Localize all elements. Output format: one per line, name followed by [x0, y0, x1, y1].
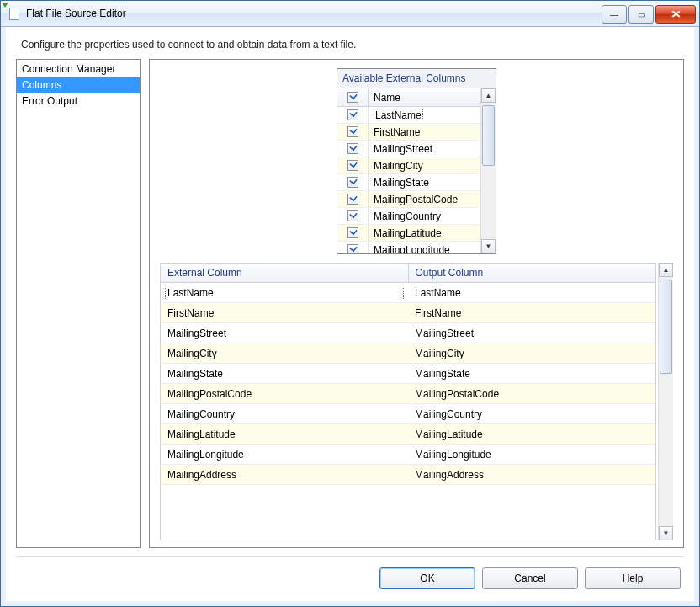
grid-row[interactable]: MailingPostalCodeMailingPostalCode — [161, 384, 655, 404]
grid-row[interactable]: MailingStateMailingState — [161, 364, 655, 384]
help-button[interactable]: Help — [585, 567, 681, 589]
scroll-up-icon[interactable]: ▲ — [481, 88, 496, 103]
scroll-thumb[interactable] — [660, 280, 672, 374]
available-column-label: MailingCountry — [369, 210, 480, 222]
external-column-cell[interactable]: LastName — [161, 287, 408, 299]
available-columns-title: Available External Columns — [337, 69, 496, 88]
grid-row[interactable]: MailingLongitudeMailingLongitude — [161, 445, 655, 465]
sidebar-item-columns[interactable]: Columns — [17, 77, 140, 93]
mapping-grid[interactable]: External Column Output Column LastNameLa… — [160, 263, 656, 540]
available-column-label: MailingLatitude — [369, 227, 480, 239]
external-column-cell[interactable]: MailingState — [161, 368, 408, 380]
cancel-button[interactable]: Cancel — [482, 567, 578, 589]
mapping-grid-wrap: External Column Output Column LastNameLa… — [160, 263, 673, 540]
external-column-cell[interactable]: MailingLatitude — [161, 429, 408, 440]
main-area: Connection Manager Columns Error Output … — [6, 59, 694, 548]
grid-scrollbar[interactable]: ▲ ▼ — [658, 263, 673, 540]
external-column-cell[interactable]: MailingAddress — [161, 469, 408, 481]
scroll-thumb[interactable] — [482, 105, 495, 166]
button-row: OK Cancel Help — [6, 557, 694, 601]
output-column-cell[interactable]: MailingState — [408, 368, 655, 380]
ok-button[interactable]: OK — [379, 567, 475, 589]
external-column-cell[interactable]: MailingPostalCode — [161, 388, 408, 400]
output-column-cell[interactable]: MailingLatitude — [408, 429, 655, 440]
help-mnemonic: H — [623, 572, 630, 584]
grid-header-external[interactable]: External Column — [161, 264, 409, 282]
column-checkbox[interactable] — [347, 227, 358, 238]
window-buttons: — ▭ ✕ — [602, 5, 696, 22]
available-row[interactable]: MailingLongitude — [337, 242, 480, 253]
available-row[interactable]: LastName — [337, 107, 480, 124]
grid-header: External Column Output Column — [161, 264, 655, 283]
available-scrollbar[interactable]: ▲ ▼ — [480, 88, 496, 253]
content-panel: Available External Columns Name LastName… — [149, 59, 684, 548]
output-column-cell[interactable]: MailingCity — [408, 348, 655, 359]
scroll-down-icon[interactable]: ▼ — [481, 239, 496, 253]
available-row[interactable]: MailingCity — [337, 157, 480, 174]
available-row[interactable]: MailingCountry — [337, 208, 480, 225]
available-column-label: MailingCity — [369, 160, 480, 172]
available-column-label: LastName — [369, 109, 480, 121]
app-icon — [8, 7, 21, 20]
available-columns-header[interactable]: Name — [337, 88, 480, 107]
column-checkbox[interactable] — [347, 194, 358, 205]
column-checkbox[interactable] — [347, 143, 358, 154]
instruction-text: Configure the properties used to connect… — [6, 27, 694, 59]
scroll-down-icon[interactable]: ▼ — [659, 526, 673, 540]
close-button[interactable]: ✕ — [655, 5, 696, 24]
grid-row[interactable]: MailingCountryMailingCountry — [161, 404, 655, 424]
grid-header-output[interactable]: Output Column — [409, 264, 656, 282]
grid-row[interactable]: MailingAddressMailingAddress — [161, 465, 655, 485]
column-checkbox[interactable] — [347, 244, 358, 253]
output-column-cell[interactable]: MailingPostalCode — [408, 388, 655, 400]
grid-row[interactable]: MailingStreetMailingStreet — [161, 323, 655, 343]
output-column-cell[interactable]: MailingAddress — [408, 469, 655, 481]
available-row[interactable]: MailingLatitude — [337, 225, 480, 242]
window-title: Flat File Source Editor — [26, 8, 602, 19]
grid-row[interactable]: FirstNameFirstName — [161, 303, 655, 323]
available-row[interactable]: MailingStreet — [337, 141, 480, 157]
available-header-label: Name — [369, 92, 480, 104]
output-column-cell[interactable]: MailingCountry — [408, 408, 655, 420]
grid-row[interactable]: MailingLatitudeMailingLatitude — [161, 424, 655, 445]
external-column-cell[interactable]: MailingLongitude — [161, 449, 408, 461]
sidebar-item-error-output[interactable]: Error Output — [17, 93, 140, 109]
column-checkbox[interactable] — [347, 126, 358, 137]
grid-row[interactable]: LastNameLastName — [161, 283, 655, 303]
available-column-label: MailingStreet — [369, 143, 480, 155]
available-column-label: MailingLongitude — [369, 244, 480, 254]
available-columns-list[interactable]: Name LastNameFirstNameMailingStreetMaili… — [337, 88, 480, 253]
window: Flat File Source Editor — ▭ ✕ Configure … — [0, 0, 700, 607]
available-row[interactable]: FirstName — [337, 124, 480, 141]
maximize-button[interactable]: ▭ — [628, 5, 654, 24]
external-column-cell[interactable]: MailingStreet — [161, 327, 408, 339]
external-column-cell[interactable]: FirstName — [161, 307, 408, 319]
external-column-cell[interactable]: MailingCountry — [161, 408, 408, 420]
output-column-cell[interactable]: MailingStreet — [408, 327, 655, 339]
column-checkbox[interactable] — [347, 177, 358, 188]
output-column-cell[interactable]: MailingLongitude — [408, 449, 655, 461]
external-column-cell[interactable]: MailingCity — [161, 348, 408, 359]
titlebar[interactable]: Flat File Source Editor — ▭ ✕ — [1, 1, 699, 27]
window-body: Configure the properties used to connect… — [1, 27, 699, 606]
output-column-cell[interactable]: LastName — [408, 287, 655, 299]
column-checkbox[interactable] — [347, 160, 358, 171]
available-column-label: MailingPostalCode — [369, 194, 480, 205]
available-columns-box: Available External Columns Name LastName… — [337, 68, 496, 254]
available-column-label: MailingState — [369, 177, 480, 189]
select-all-checkbox[interactable] — [347, 92, 358, 103]
grid-row[interactable]: MailingCityMailingCity — [161, 343, 655, 364]
scroll-up-icon[interactable]: ▲ — [659, 263, 673, 277]
minimize-button[interactable]: — — [602, 5, 627, 24]
column-checkbox[interactable] — [347, 109, 358, 120]
available-row[interactable]: MailingState — [337, 174, 480, 191]
column-checkbox[interactable] — [347, 210, 358, 221]
sidebar-item-connection-manager[interactable]: Connection Manager — [17, 61, 140, 77]
output-column-cell[interactable]: FirstName — [408, 307, 655, 319]
available-row[interactable]: MailingPostalCode — [337, 191, 480, 208]
sidebar: Connection Manager Columns Error Output — [16, 59, 141, 548]
available-column-label: FirstName — [369, 126, 480, 138]
